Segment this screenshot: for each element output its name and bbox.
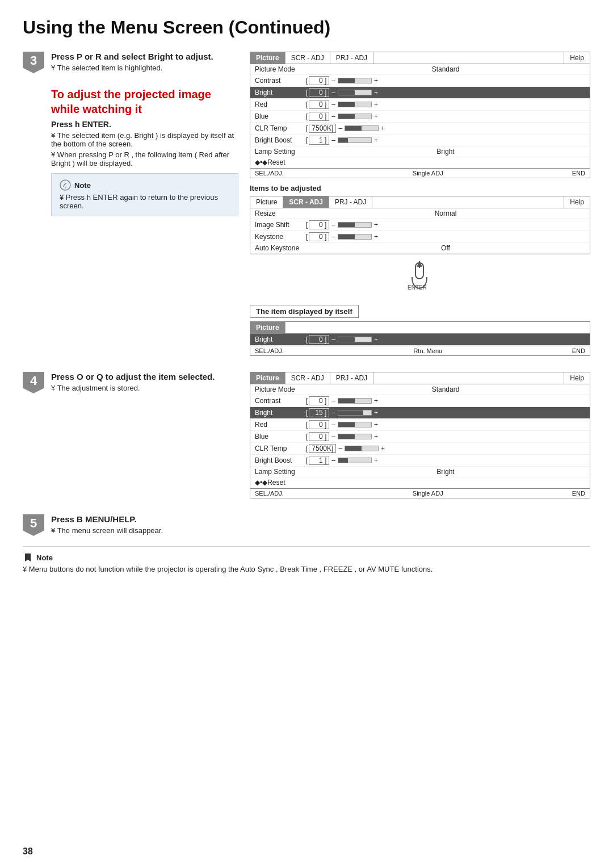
tab-picture: Picture bbox=[250, 52, 285, 64]
tab-help-4: Help bbox=[564, 372, 590, 384]
step-3-note1: The selected item is highlighted. bbox=[51, 64, 238, 72]
tab-help-2: Help bbox=[564, 196, 590, 208]
row-lamp-setting-4: Lamp Setting Bright bbox=[250, 467, 590, 477]
bottom-note: Note Menu buttons do not function while … bbox=[23, 546, 590, 573]
step-3-number: 3 bbox=[23, 52, 44, 73]
tab-scr-adj-2: SCR - ADJ bbox=[283, 196, 329, 208]
row-bright: Bright [ 0 ] – + bbox=[250, 87, 590, 99]
substep-title: Press h ENTER. bbox=[51, 120, 238, 129]
row-red: Red [ 0 ] – + bbox=[250, 99, 590, 111]
row-auto-keystone: Auto Keystone Off bbox=[250, 243, 590, 254]
screen-header-4: Picture SCR - ADJ PRJ - ADJ Help bbox=[250, 372, 590, 384]
items-label: Items to be adjusted bbox=[250, 184, 590, 192]
row-clr-temp: CLR Temp [ 7500K] – + bbox=[250, 123, 590, 135]
row-resize: Resize Normal bbox=[250, 208, 590, 219]
screen-picture-menu: Picture SCR - ADJ PRJ - ADJ Help Picture… bbox=[250, 52, 590, 178]
screen-header-1: Picture SCR - ADJ PRJ - ADJ Help bbox=[250, 52, 590, 64]
screen-header-2: Picture SCR - ADJ PRJ - ADJ Help bbox=[250, 196, 590, 208]
note-box-text: Press h ENTER again to return to the pre… bbox=[60, 193, 230, 210]
page-number: 38 bbox=[23, 846, 33, 857]
row-bright-single: Bright [ 0 ] – + bbox=[250, 334, 590, 346]
step-5-number: 5 bbox=[23, 514, 44, 536]
row-picture-mode-4: Picture Mode Standard bbox=[250, 384, 590, 395]
screen-single-item: Picture Bright [ 0 ] – + SEL./ADJ. Rtn. … bbox=[250, 321, 590, 356]
row-lamp-setting: Lamp Setting Bright bbox=[250, 146, 590, 157]
tab-picture-3: Picture bbox=[250, 322, 285, 333]
screen-bright-adjusted: Picture SCR - ADJ PRJ - ADJ Help Picture… bbox=[250, 372, 590, 498]
row-reset: ◆•◆Reset bbox=[250, 157, 590, 168]
tab-picture-4: Picture bbox=[250, 372, 285, 384]
note-pencil-icon bbox=[60, 179, 71, 191]
step-4-number: 4 bbox=[23, 372, 44, 393]
row-clr-temp-4: CLR Temp [ 7500K] – + bbox=[250, 443, 590, 455]
screen-footer-3: SEL./ADJ. Rtn. Menu END bbox=[250, 346, 590, 355]
row-picture-mode: Picture Mode Standard bbox=[250, 64, 590, 75]
row-bright-4: Bright [ 15 ] – + bbox=[250, 407, 590, 419]
tab-picture-2: Picture bbox=[250, 196, 283, 208]
note-box: Note Press h ENTER again to return to th… bbox=[51, 173, 238, 216]
tab-help: Help bbox=[564, 52, 590, 64]
step-4-note1: The adjustment is stored. bbox=[51, 384, 238, 392]
step-5-title: Press B MENU/HELP. bbox=[51, 514, 590, 524]
row-bright-boost: Bright Boost [ 1 ] – + bbox=[250, 135, 590, 146]
tab-prj-adj-4: PRJ - ADJ bbox=[330, 372, 373, 384]
step-5-note1: The menu screen will disappear. bbox=[51, 526, 590, 535]
step-4-title: Press O or Q to adjust the item selected… bbox=[51, 372, 238, 381]
screen-scr-adj: Picture SCR - ADJ PRJ - ADJ Help Resize … bbox=[250, 196, 590, 254]
screen-footer-4: SEL./ADJ. Single ADJ END bbox=[250, 488, 590, 498]
page-title: Using the Menu Screen (Continued) bbox=[23, 17, 590, 38]
enter-button-icon: ENTER bbox=[403, 260, 437, 294]
row-contrast: Contrast [ 0 ] – + bbox=[250, 75, 590, 87]
screen-header-3: Picture bbox=[250, 322, 590, 334]
row-red-4: Red [ 0 ] – + bbox=[250, 419, 590, 431]
row-blue-4: Blue [ 0 ] – + bbox=[250, 431, 590, 443]
row-bright-boost-4: Bright Boost [ 1 ] – + bbox=[250, 455, 590, 467]
row-reset-4: ◆•◆Reset bbox=[250, 477, 590, 488]
tab-prj-adj-2: PRJ - ADJ bbox=[329, 196, 372, 208]
svg-point-1 bbox=[65, 187, 66, 188]
enter-icon-area: ENTER bbox=[250, 260, 590, 296]
row-blue: Blue [ 0 ] – + bbox=[250, 111, 590, 123]
note-icon-bottom bbox=[23, 552, 33, 563]
row-contrast-4: Contrast [ 0 ] – + bbox=[250, 395, 590, 407]
item-displayed-label: The item displayed by itself bbox=[250, 305, 359, 318]
screen-footer-1: SEL./ADJ. Single ADJ END bbox=[250, 168, 590, 178]
tab-scr-adj: SCR - ADJ bbox=[285, 52, 330, 64]
row-image-shift: Image Shift [ 0 ] – + bbox=[250, 219, 590, 231]
tab-scr-adj-4: SCR - ADJ bbox=[285, 372, 330, 384]
red-heading: To adjust the projected image while watc… bbox=[51, 87, 238, 116]
tab-prj-adj: PRJ - ADJ bbox=[330, 52, 373, 64]
svg-point-0 bbox=[60, 180, 70, 190]
row-keystone: Keystone [ 0 ] – + bbox=[250, 231, 590, 243]
step-3-title: Press P or R and select Bright to adjust… bbox=[51, 52, 238, 61]
